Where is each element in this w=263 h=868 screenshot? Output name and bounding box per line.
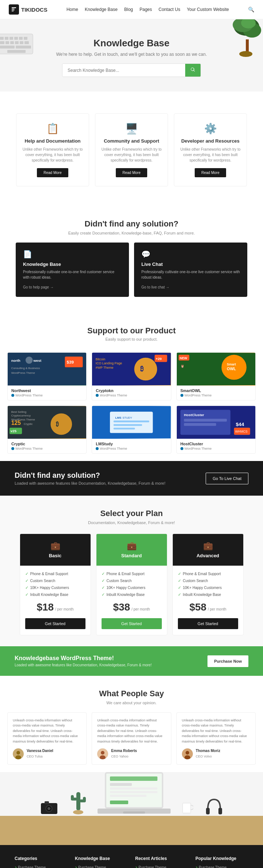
footer-recent-0[interactable]: Purchase Theme bbox=[135, 865, 188, 868]
promo-banner: Knowledgebase WordPress Theme! Loaded wi… bbox=[0, 646, 263, 676]
solution-card-title-1: Live Chat bbox=[141, 261, 240, 267]
solution-icon-0: 📄 bbox=[23, 250, 122, 259]
svg-text:Cryptic: Cryptic bbox=[24, 422, 33, 426]
footer-categories-title: Categories bbox=[15, 856, 68, 861]
get-started-btn-0[interactable]: Get Started bbox=[25, 618, 85, 629]
search-bar bbox=[62, 63, 201, 77]
nav-contact[interactable]: Contact Us bbox=[159, 7, 180, 12]
product-meta-5: WordPress Theme bbox=[180, 447, 252, 450]
avatar-2 bbox=[182, 748, 193, 759]
product-card-4: LMS STUDY LMStudy WordPress Theme bbox=[92, 406, 171, 454]
svg-rect-97 bbox=[110, 795, 146, 797]
svg-rect-14 bbox=[5, 41, 9, 44]
testimonial-author-2: Thomas Moriz CEO Volvo bbox=[182, 748, 250, 759]
svg-rect-8 bbox=[5, 37, 8, 40]
pricing-feature-1-2: ✓10K+ Happy Customers bbox=[102, 585, 162, 590]
read-more-btn-1[interactable]: Read More bbox=[116, 168, 147, 177]
testimonials-title: What People Say bbox=[7, 689, 256, 698]
svg-rect-60 bbox=[114, 424, 142, 426]
svg-text:Smart: Smart bbox=[227, 363, 236, 366]
nav-blog[interactable]: Blog bbox=[124, 7, 133, 12]
product-name-4: LMStudy bbox=[96, 442, 167, 446]
pricing-icon-2: 💼 bbox=[176, 541, 240, 551]
read-more-btn-0[interactable]: Read More bbox=[37, 168, 68, 177]
price-amount-2: $58 bbox=[189, 601, 206, 613]
nav-home[interactable]: Home bbox=[66, 7, 78, 12]
promo-subtitle: Loaded with awesome features like Docume… bbox=[15, 663, 152, 667]
footer: Categories Purchase Theme WordPress Plug… bbox=[0, 845, 263, 868]
solution-icon-1: 💬 bbox=[141, 250, 240, 259]
svg-rect-86 bbox=[71, 795, 74, 801]
support-header: Support to our Product Easily support to… bbox=[0, 315, 263, 352]
product-type-3: WordPress Theme bbox=[15, 447, 43, 450]
testimonial-text-2: Unleash cross-media information without … bbox=[182, 718, 250, 744]
read-more-btn-2[interactable]: Read More bbox=[195, 168, 226, 177]
search-button[interactable] bbox=[185, 64, 201, 77]
pricing-feature-1-0: ✓Phone & Email Support bbox=[102, 571, 162, 576]
footer-col-recent: Recent Articles Purchase Theme WordPress… bbox=[135, 856, 188, 868]
pricing-feature-0-3: ✓Inbuilt Knowledge Base bbox=[25, 592, 85, 597]
product-type-2: WordPress Theme bbox=[184, 394, 212, 397]
feature-desc-0: Unlike other Frameworks which try to cov… bbox=[22, 147, 83, 163]
solution-card-link-0[interactable]: Go to help page → bbox=[23, 285, 54, 289]
product-meta-3: WordPress Theme bbox=[11, 447, 83, 450]
product-info-3: Cryptic WordPress Theme bbox=[8, 439, 86, 453]
live-chat-button[interactable]: Go To Live Chat bbox=[206, 473, 248, 484]
wp-dot-1 bbox=[96, 394, 99, 397]
nav-custom-website[interactable]: Your Custom Website bbox=[187, 7, 229, 12]
solution-card-1: 💬 Live Chat Professionally cultivate one… bbox=[134, 243, 247, 297]
author-name-2: Thomas Moriz bbox=[196, 749, 220, 753]
product-type-0: WordPress Theme bbox=[15, 394, 43, 397]
pricing-header-1: 💼 Standard bbox=[96, 534, 167, 566]
pricing-plan-name-1: Standard bbox=[100, 553, 163, 558]
footer-knowledge-list: Purchase Theme WordPress Plugin WordPres… bbox=[75, 865, 128, 868]
testimonials-section: What People Say We care about your opini… bbox=[0, 676, 263, 772]
product-card-5: HostCluster $44 WHMCS HostCluster WordPr… bbox=[176, 406, 256, 454]
pricing-card-2: 💼 Advanced ✓Phone & Email Support ✓Custo… bbox=[172, 534, 244, 635]
nav-knowledge-base[interactable]: Knowledge Base bbox=[85, 7, 118, 12]
price-period-1: / per month bbox=[132, 607, 150, 611]
solution-cards: 📄 Knowledge Base Professionally cultivat… bbox=[7, 243, 256, 297]
get-started-btn-1[interactable]: Get Started bbox=[102, 618, 162, 629]
svg-point-71 bbox=[16, 751, 20, 755]
svg-text:HostCluster: HostCluster bbox=[184, 413, 204, 417]
author-role-0: CEO Tulsa bbox=[27, 755, 43, 758]
pricing-plan-name-0: Basic bbox=[24, 553, 87, 558]
product-name-1: Cryptokn bbox=[96, 388, 167, 393]
search-input[interactable] bbox=[62, 64, 185, 77]
svg-rect-19 bbox=[0, 46, 15, 49]
product-meta-0: WordPress Theme bbox=[11, 394, 83, 397]
wp-dot-5 bbox=[180, 447, 183, 450]
product-info-2: SmartOWL WordPress Theme bbox=[177, 385, 255, 400]
logo[interactable]: TIKIDOCS bbox=[9, 4, 47, 15]
get-started-btn-2[interactable]: Get Started bbox=[178, 618, 238, 629]
footer-col-knowledge: Knowledge Base Purchase Theme WordPress … bbox=[75, 856, 128, 868]
svg-text:STUDY: STUDY bbox=[123, 416, 133, 419]
svg-text:OWL: OWL bbox=[227, 367, 236, 371]
pricing-section: Select your Plan Documentation, Knowledg… bbox=[0, 496, 263, 646]
purchase-button[interactable]: Purchase Now bbox=[207, 655, 248, 667]
svg-rect-96 bbox=[110, 791, 157, 793]
svg-point-82 bbox=[47, 807, 50, 810]
svg-rect-102 bbox=[183, 813, 191, 814]
footer-know-0[interactable]: Purchase Theme bbox=[75, 865, 128, 868]
pricing-plan-name-2: Advanced bbox=[176, 553, 240, 558]
product-name-3: Cryptic bbox=[11, 442, 83, 446]
search-icon[interactable]: 🔍 bbox=[248, 7, 254, 12]
solution-title: Didn't find any solution? bbox=[7, 219, 256, 229]
svg-rect-21 bbox=[7, 50, 26, 53]
solution-card-link-1[interactable]: Go to live chat → bbox=[141, 285, 169, 289]
nav-pages[interactable]: Pages bbox=[140, 7, 152, 12]
footer-cat-0[interactable]: Purchase Theme bbox=[15, 865, 68, 868]
svg-point-77 bbox=[186, 751, 189, 755]
footer-recent-list: Purchase Theme WordPress Plugin WordPres… bbox=[135, 865, 188, 868]
pricing-header-0: 💼 Basic bbox=[20, 534, 91, 566]
svg-point-74 bbox=[101, 751, 104, 755]
pricing-feature-2-0: ✓Phone & Email Support bbox=[178, 571, 238, 576]
author-name-0: Vanessa Daniel bbox=[27, 749, 53, 753]
dark-banner: Didn't find any solution? Loaded with aw… bbox=[0, 461, 263, 496]
author-role-2: CEO Volvo bbox=[196, 755, 212, 758]
footer-popular-0[interactable]: Purchase Theme bbox=[195, 865, 248, 868]
testimonial-author-1: Emma Roberts CEO Yahoo bbox=[97, 748, 165, 759]
pricing-feature-1-1: ✓Custom Search bbox=[102, 578, 162, 583]
